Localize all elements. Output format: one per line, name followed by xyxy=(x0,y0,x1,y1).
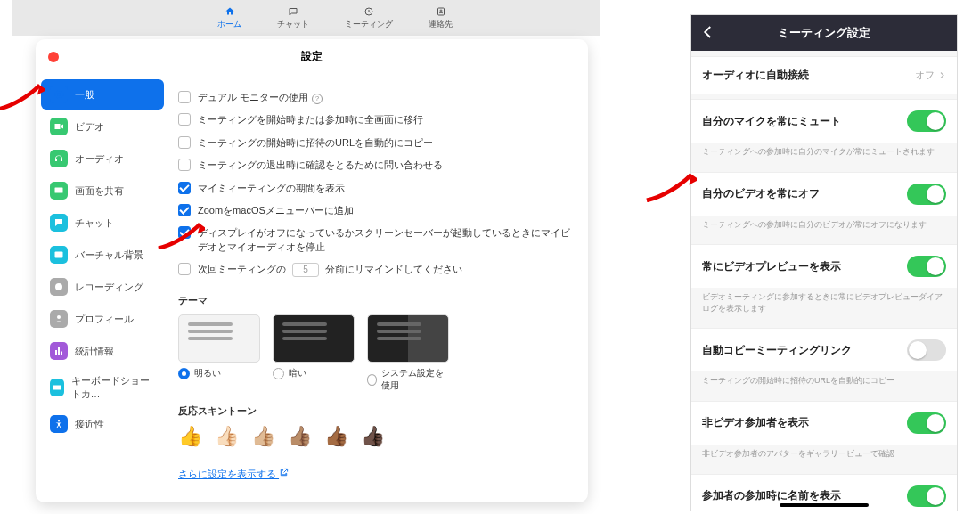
top-tab-contacts[interactable]: 連絡先 xyxy=(429,5,453,30)
video-icon xyxy=(50,118,68,135)
svg-rect-4 xyxy=(55,252,63,258)
toggle-nonvideo[interactable] xyxy=(907,412,946,434)
remind-minutes-input[interactable]: 5 xyxy=(292,263,319,277)
sidebar-item-label: オーディオ xyxy=(75,152,124,166)
theme-thumb xyxy=(273,314,355,363)
gear-icon xyxy=(50,86,68,103)
theme-label-text: 暗い xyxy=(289,367,306,379)
mobile-row-desc-nonvideo: 非ビデオ参加者のアバターをギャラリービューで確認 xyxy=(691,445,957,469)
skin-tone-1[interactable]: 👍🏻 xyxy=(215,425,239,448)
mobile-row-video_preview[interactable]: 常にビデオプレビューを表示 xyxy=(691,244,957,288)
top-tab-label: 連絡先 xyxy=(429,19,453,30)
mobile-row-copy_link[interactable]: 自動コピーミーティングリンク xyxy=(691,328,957,371)
remind-checkbox[interactable] xyxy=(178,263,191,275)
option-0[interactable]: デュアル モニターの使用? xyxy=(178,86,572,109)
remind-prefix: 次回ミーティングの xyxy=(198,264,286,274)
option-5[interactable]: ZoomをmacOSメニューバーに追加 xyxy=(178,200,572,222)
sidebar-item-label: キーボードショートカ… xyxy=(71,374,155,401)
mobile-row-label: オーディオに自動接続 xyxy=(702,68,809,83)
toggle-mic_mute[interactable] xyxy=(907,110,946,132)
option-label: ミーティングの退出時に確認をとるために問い合わせる xyxy=(198,159,443,172)
skin-tone-4[interactable]: 👍🏾 xyxy=(324,425,348,448)
mobile-row-audio_connect[interactable]: オーディオに自動接続オフ xyxy=(691,56,957,94)
theme-dark[interactable]: 暗い xyxy=(273,314,355,392)
remind-option[interactable]: 次回ミーティングの 5 分前にリマインドしてください xyxy=(178,258,572,281)
sidebar-item-chat[interactable]: チャット xyxy=(41,208,164,238)
sidebar-item-access[interactable]: 接近性 xyxy=(41,409,164,439)
mobile-row-label: 非ビデオ参加者を表示 xyxy=(702,415,809,430)
toggle-video_preview[interactable] xyxy=(907,256,946,277)
sidebar-item-shortcut[interactable]: キーボードショートカ… xyxy=(41,368,164,407)
option-6[interactable]: ディスプレイがオフになっているかスクリーンセーバーが起動しているときにマイビデオ… xyxy=(178,222,572,258)
theme-light[interactable]: 明るい xyxy=(178,314,260,392)
sidebar-item-share[interactable]: 画面を共有 xyxy=(41,175,164,206)
skin-tone-0[interactable]: 👍 xyxy=(178,425,202,448)
sidebar-item-label: 統計情報 xyxy=(75,345,114,358)
top-tab-chat[interactable]: チャット xyxy=(277,5,309,30)
option-label: ミーティングを開始時または参加時に全画面に移行 xyxy=(198,113,423,126)
toggle-video_off[interactable] xyxy=(907,184,946,205)
mobile-row-video_off[interactable]: 自分のビデオを常にオフ xyxy=(691,172,957,216)
toggle-show_name[interactable] xyxy=(907,485,946,507)
contacts-icon xyxy=(435,5,447,18)
option-checkbox[interactable] xyxy=(178,136,191,149)
sidebar-item-label: レコーディング xyxy=(75,281,143,294)
skin-tone-3[interactable]: 👍🏽 xyxy=(288,425,312,448)
bg-icon xyxy=(50,246,68,264)
sidebar-item-recording[interactable]: レコーディング xyxy=(41,272,164,302)
option-4[interactable]: マイミィーティングの期間を表示 xyxy=(178,177,572,200)
skin-heading: 反応スキントーン xyxy=(178,404,572,418)
settings-window: 設定 一般ビデオオーディオ画面を共有チャットバーチャル背景レコーディングプロフィ… xyxy=(36,39,588,502)
sidebar-item-vbg[interactable]: バーチャル背景 xyxy=(41,240,164,270)
help-icon[interactable]: ? xyxy=(312,94,323,104)
option-1[interactable]: ミーティングを開始時または参加時に全画面に移行 xyxy=(178,109,572,131)
access-icon xyxy=(50,415,68,433)
option-label: ディスプレイがオフになっているかスクリーンセーバーが起動しているときにマイビデオ… xyxy=(198,226,572,254)
option-checkbox[interactable] xyxy=(178,226,191,239)
profile-icon xyxy=(50,310,68,328)
top-tab-home[interactable]: ホーム xyxy=(217,5,241,30)
mobile-row-mic_mute[interactable]: 自分のマイクを常にミュート xyxy=(691,99,957,143)
sidebar-item-video[interactable]: ビデオ xyxy=(41,111,164,142)
theme-radio[interactable] xyxy=(178,368,190,379)
sidebar-item-label: チャット xyxy=(75,216,114,230)
theme-label-text: システム設定を使用 xyxy=(381,367,449,392)
sidebar-item-stats[interactable]: 統計情報 xyxy=(41,336,164,366)
option-checkbox[interactable] xyxy=(178,159,191,171)
svg-point-2 xyxy=(440,10,442,12)
top-tab-meeting[interactable]: ミーティング xyxy=(345,5,393,30)
more-settings-link[interactable]: さらに設定を表示する xyxy=(178,468,289,481)
remind-suffix: 分前にリマインドしてください xyxy=(325,264,462,274)
option-checkbox[interactable] xyxy=(178,91,191,103)
external-link-icon xyxy=(279,469,289,479)
skin-tone-2[interactable]: 👍🏼 xyxy=(251,425,275,448)
theme-radio[interactable] xyxy=(273,368,284,379)
kb-icon xyxy=(50,379,64,396)
top-tab-bar: ホームチャットミーティング連絡先 xyxy=(12,0,600,36)
sidebar-item-profile[interactable]: プロフィール xyxy=(41,304,164,334)
option-checkbox[interactable] xyxy=(178,182,191,194)
theme-system[interactable]: システム設定を使用 xyxy=(367,314,449,392)
sidebar-item-audio[interactable]: オーディオ xyxy=(41,143,164,174)
mobile-row-nonvideo[interactable]: 非ビデオ参加者を表示 xyxy=(691,401,957,445)
top-tab-label: ミーティング xyxy=(345,19,393,30)
mobile-row-label: 常にビデオプレビューを表示 xyxy=(702,259,841,274)
option-2[interactable]: ミーティングの開始時に招待のURLを自動的にコピー xyxy=(178,132,572,154)
rec-icon xyxy=(50,278,68,296)
svg-rect-3 xyxy=(55,188,63,193)
mobile-row-label: 自分のマイクを常にミュート xyxy=(702,114,841,129)
theme-radio[interactable] xyxy=(367,374,377,386)
toggle-copy_link[interactable] xyxy=(907,339,946,361)
svg-rect-9 xyxy=(53,386,61,390)
mobile-back-button[interactable] xyxy=(700,24,718,42)
option-checkbox[interactable] xyxy=(178,113,191,126)
mobile-row-show_name[interactable]: 参加者の参加時に名前を表示 xyxy=(691,474,957,514)
share-icon xyxy=(50,182,68,200)
sidebar-item-general[interactable]: 一般 xyxy=(41,79,164,110)
sidebar-item-label: 画面を共有 xyxy=(75,184,124,198)
option-checkbox[interactable] xyxy=(178,204,191,216)
option-3[interactable]: ミーティングの退出時に確認をとるために問い合わせる xyxy=(178,154,572,176)
mobile-row-desc-video_preview: ビデオミーティングに参加するときに常にビデオプレビューダイアログを表示します xyxy=(691,288,957,322)
skin-tone-5[interactable]: 👍🏿 xyxy=(361,425,385,448)
close-window-button[interactable] xyxy=(48,52,59,62)
